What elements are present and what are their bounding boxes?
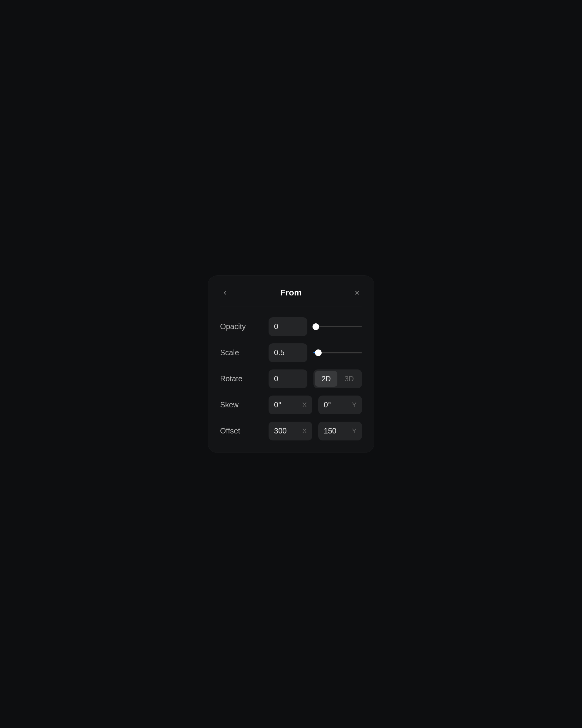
transform-panel: From Opacity 0 Scale 0.5	[207, 276, 375, 453]
skew-label: Skew	[220, 400, 262, 409]
x-axis-label: X	[302, 401, 307, 409]
scale-input[interactable]: 0.5	[269, 343, 307, 362]
close-button[interactable]	[352, 288, 362, 297]
skew-x-value: 0°	[274, 400, 300, 409]
slider-thumb[interactable]	[312, 323, 319, 330]
y-axis-label: Y	[352, 427, 357, 435]
skew-y-input[interactable]: 0° Y	[318, 395, 362, 414]
back-button[interactable]	[220, 288, 230, 297]
chevron-left-icon	[222, 290, 228, 296]
y-axis-label: Y	[352, 401, 357, 409]
skew-row: Skew 0° X 0° Y	[220, 395, 362, 414]
opacity-slider[interactable]	[313, 317, 362, 336]
offset-row: Offset 300 X 150 Y	[220, 422, 362, 440]
offset-y-value: 150	[324, 426, 350, 435]
rotate-mode-toggle: 2D 3D	[313, 369, 362, 388]
rotate-label: Rotate	[220, 374, 262, 383]
panel-header: From	[220, 288, 362, 306]
opacity-row: Opacity 0	[220, 317, 362, 336]
rotate-row: Rotate 0 2D 3D	[220, 369, 362, 388]
rotate-3d-button[interactable]: 3D	[338, 371, 360, 387]
slider-track	[313, 326, 362, 327]
scale-row: Scale 0.5	[220, 343, 362, 362]
scale-label: Scale	[220, 348, 262, 357]
rotate-input[interactable]: 0	[269, 369, 307, 388]
skew-y-value: 0°	[324, 400, 350, 409]
scale-value: 0.5	[274, 348, 302, 357]
rotate-2d-button[interactable]: 2D	[315, 371, 337, 387]
x-axis-label: X	[302, 427, 307, 435]
offset-label: Offset	[220, 426, 262, 435]
offset-x-input[interactable]: 300 X	[269, 422, 312, 440]
panel-title: From	[230, 288, 352, 297]
offset-x-value: 300	[274, 426, 300, 435]
opacity-input[interactable]: 0	[269, 317, 307, 336]
skew-x-input[interactable]: 0° X	[269, 395, 312, 414]
rotate-value: 0	[274, 374, 302, 383]
opacity-label: Opacity	[220, 322, 262, 331]
close-icon	[354, 290, 360, 296]
slider-thumb[interactable]	[315, 349, 322, 356]
offset-y-input[interactable]: 150 Y	[318, 422, 362, 440]
opacity-value: 0	[274, 322, 302, 331]
scale-slider[interactable]	[313, 343, 362, 362]
